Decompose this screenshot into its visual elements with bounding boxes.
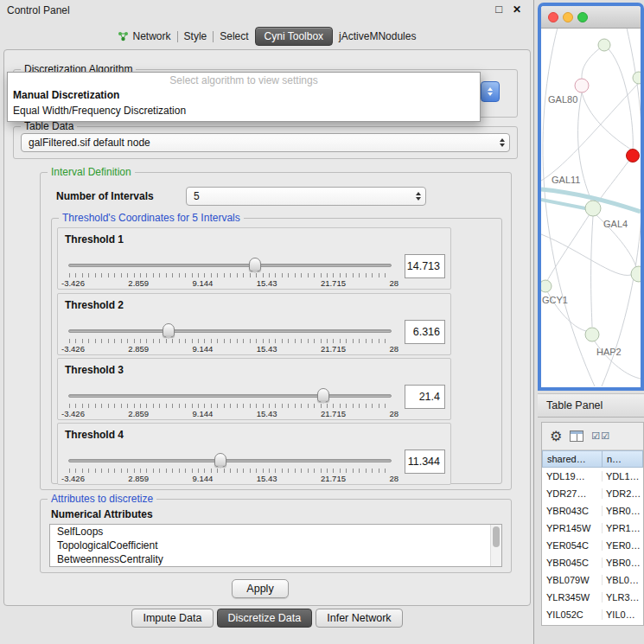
table-cell[interactable]: YIL0… [603,609,643,620]
network-node-gal80[interactable] [575,79,589,92]
table-panel: ⚙ ☑☑ shared… n… YDL19… YDL1… YDR27… YDR2… [541,422,644,626]
threshold-value-field[interactable]: 14.713 [405,254,445,278]
tab-cyni-toolbox[interactable]: Cyni Toolbox [255,27,333,46]
table-cell[interactable]: YER054C [542,540,603,551]
scale-label: 2.859 [128,409,149,418]
table-cell[interactable]: YDR27… [542,488,603,499]
slider-track[interactable] [68,329,392,333]
combo-stepper-icon [411,192,425,201]
table-row[interactable]: YDL19… YDL1… [542,468,643,485]
slider-thumb[interactable] [317,388,329,402]
threshold-slider[interactable]: -3.426 2.859 9.144 15.43 21.715 28 [68,453,392,484]
tab-discretize-data[interactable]: Discretize Data [217,609,313,628]
slider-track[interactable] [68,394,392,398]
table-row[interactable]: YIL052C YIL0… [542,606,643,623]
threshold-row: Threshold 2 -3.426 2.859 9.144 15.43 21.… [57,293,451,355]
table-cell[interactable]: YIL052C [542,609,603,620]
column-header[interactable]: n… [603,450,643,468]
scrollbar[interactable] [490,525,501,566]
table-cell[interactable]: YPR145W [542,523,603,533]
threshold-label: Threshold 2 [65,299,124,311]
tab-impute-data[interactable]: Impute Data [131,609,213,628]
table-cell[interactable]: YBL079W [542,575,603,585]
tab-infer-network[interactable]: Infer Network [316,609,402,628]
algorithm-combo-cap[interactable] [481,81,500,102]
columns-icon[interactable] [570,430,583,442]
table-row[interactable]: YER054C YER0… [542,537,643,554]
float-window-icon[interactable]: □ [495,3,502,16]
table-cell[interactable]: YBR045C [542,558,603,568]
network-node[interactable] [541,280,552,292]
scale-label: 15.43 [257,278,277,288]
network-node[interactable] [631,266,641,282]
tab-network[interactable]: Network [112,28,177,45]
slider-thumb[interactable] [249,258,261,271]
network-canvas[interactable]: GAL80 GAL11 GAL4 GCY1 HAP2 [541,29,641,386]
network-node-selected[interactable] [627,150,640,163]
slider-thumb[interactable] [163,323,175,337]
column-header[interactable]: shared… [542,450,603,468]
slider-thumb[interactable] [214,453,226,467]
table-row[interactable]: YDR27… YDR2… [542,485,643,502]
popup-item-manual-discretization[interactable]: Manual Discretization [8,87,480,103]
threshold-value-field[interactable]: 6.316 [405,320,445,344]
scale-label: 21.715 [321,474,346,483]
list-item[interactable]: BetweennessCentrality [50,552,501,566]
minimize-traffic-light[interactable] [563,12,573,22]
slider-scale: -3.426 2.859 9.144 15.43 21.715 28 [61,474,399,483]
control-panel: Control Panel □ ✕ Network Style Select C… [0,0,534,644]
select-columns-checkbox-icons[interactable]: ☑☑ [591,430,610,442]
table-cell[interactable]: YBR0… [603,558,643,568]
scrollbar-thumb[interactable] [493,526,500,547]
scale-label: 9.144 [193,474,214,483]
gear-icon[interactable]: ⚙ [550,430,562,443]
table-cell[interactable]: YBR0… [603,506,643,516]
list-item[interactable]: TopologicalCoefficient [50,539,501,552]
table-cell[interactable]: YER0… [603,540,643,551]
tab-style[interactable]: Style [178,28,214,45]
node-label: HAP2 [596,347,622,357]
threshold-slider[interactable]: -3.426 2.859 9.144 15.43 21.715 28 [68,323,392,354]
network-window-titlebar [541,6,641,29]
table-row[interactable]: YPR145W YPR1… [542,520,643,537]
num-intervals-combo[interactable]: 5 [186,187,426,206]
slider-track[interactable] [68,459,392,462]
table-cell[interactable]: YLR3… [603,592,643,603]
list-item[interactable]: SelfLoops [50,525,501,539]
network-node[interactable] [633,72,641,84]
close-traffic-light[interactable] [548,12,558,22]
tab-jactivemnodules[interactable]: jActiveMNodules [333,28,422,45]
table-cell[interactable]: YBL0… [603,575,643,585]
table-cell[interactable]: YBR043C [542,506,603,516]
close-icon[interactable]: ✕ [513,3,521,16]
threshold-value-field[interactable]: 11.344 [405,450,445,474]
table-cell[interactable]: YLR345W [542,592,603,603]
numerical-attributes-list[interactable]: SelfLoops TopologicalCoefficient Between… [49,524,502,567]
zoom-traffic-light[interactable] [577,12,588,22]
network-view-window[interactable]: GAL80 GAL11 GAL4 GCY1 HAP2 [538,3,644,391]
table-cell[interactable]: YDR2… [603,488,643,499]
threshold-value-field[interactable]: 21.4 [405,385,445,409]
network-node[interactable] [585,201,601,216]
apply-button[interactable]: Apply [232,579,289,598]
threshold-slider[interactable]: -3.426 2.859 9.144 15.43 21.715 28 [68,258,392,289]
slider-track[interactable] [68,264,392,267]
table-row[interactable]: YBR045C YBR0… [542,554,643,571]
cyni-toolbox-panel: Discretization Algorithm Select algorith… [3,49,531,606]
tab-label: Network [133,30,171,42]
scale-label: 21.715 [321,344,346,354]
threshold-row: Threshold 4 -3.426 2.859 9.144 15.43 21.… [57,423,451,485]
table-row[interactable]: YLR345W YLR3… [542,589,643,606]
table-row[interactable]: YBR043C YBR0… [542,502,643,520]
table-cell[interactable]: YDL19… [542,471,603,481]
network-node[interactable] [585,328,599,341]
table-row[interactable]: YBL079W YBL0… [542,571,643,589]
tab-select[interactable]: Select [214,28,254,45]
table-data-combo[interactable]: galFiltered.sif default node [21,133,510,152]
threshold-slider[interactable]: -3.426 2.859 9.144 15.43 21.715 28 [68,388,392,419]
group-title: Interval Definition [48,166,135,178]
table-cell[interactable]: YPR1… [603,523,643,533]
network-node[interactable] [598,39,610,51]
popup-item-equal-width-frequency[interactable]: Equal Width/Frequency Discretization [8,103,480,118]
table-cell[interactable]: YDL1… [603,471,643,481]
